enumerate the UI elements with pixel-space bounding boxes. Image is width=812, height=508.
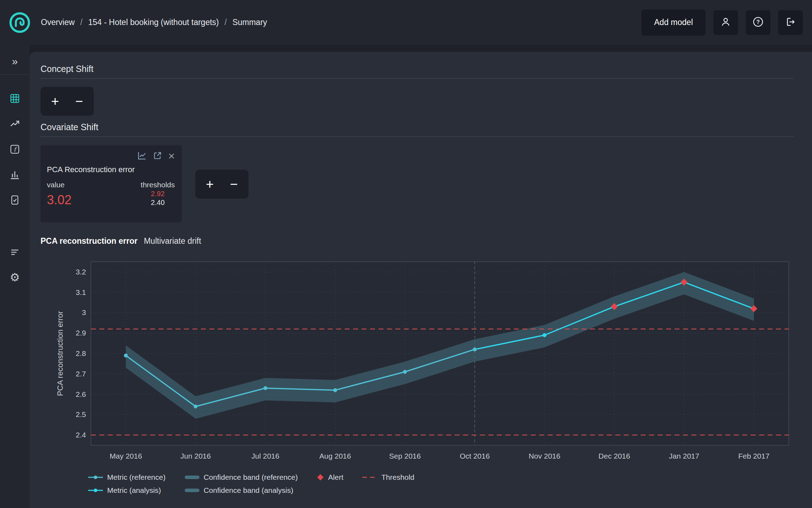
legend-label: Alert (328, 473, 343, 482)
legend-alert-diamond-icon (317, 474, 324, 481)
sidebar-item-reports[interactable] (9, 195, 20, 206)
chart-subtitle: Multivariate drift (144, 236, 201, 246)
legend-band-swatch-icon (185, 488, 199, 493)
svg-text:Nov 2016: Nov 2016 (529, 452, 560, 460)
drift-line-chart: 2.42.52.62.72.82.933.13.2May 2016Jun 201… (52, 253, 806, 465)
svg-text:f: f (14, 146, 17, 153)
legend-label: Threshold (381, 473, 414, 482)
legend-label: Confidence band (analysis) (204, 486, 293, 495)
legend-item-dash: Threshold (362, 473, 414, 482)
chart-legend: Metric (reference)Confidence band (refer… (88, 473, 794, 495)
sidebar-item-logs[interactable] (9, 247, 20, 258)
breadcrumb-model[interactable]: 154 - Hotel booking (without targets) (88, 18, 219, 27)
svg-text:PCA reconstruction error: PCA reconstruction error (56, 311, 64, 396)
divider (41, 137, 794, 137)
svg-text:Jan 2017: Jan 2017 (669, 452, 699, 460)
legend-item-line: Metric (reference) (88, 473, 166, 482)
chevrons-right-icon: » (12, 55, 18, 67)
breadcrumb-overview[interactable]: Overview (41, 18, 75, 27)
card-body: value 3.02 thresholds 2.92 2.40 (47, 181, 175, 207)
app-logo-icon[interactable] (8, 11, 32, 35)
concept-shift-zoom-controls: + − (41, 87, 94, 116)
svg-text:Sep 2016: Sep 2016 (389, 452, 421, 460)
svg-text:2.5: 2.5 (76, 410, 86, 418)
sidebar-item-settings[interactable]: ⚙ (9, 272, 20, 283)
close-icon[interactable]: × (168, 150, 175, 162)
breadcrumb-summary[interactable]: Summary (232, 18, 267, 27)
svg-text:2.4: 2.4 (76, 431, 86, 439)
legend-threshold-dash-icon (362, 475, 377, 480)
covariate-shift-row: × PCA Reconstruction error value 3.02 th… (41, 145, 794, 222)
card-title: PCA Reconstruction error (47, 165, 175, 174)
legend-item-diamond: Alert (317, 473, 343, 482)
sidebar-nav: f (9, 93, 20, 206)
view-chart-button[interactable] (137, 151, 147, 162)
sidebar-item-model-grid[interactable] (9, 93, 20, 104)
add-model-button[interactable]: Add model (641, 10, 706, 36)
legend-line-swatch-icon (88, 488, 103, 493)
divider (41, 78, 794, 79)
svg-text:3: 3 (82, 308, 86, 316)
concept-shift-heading: Concept Shift (41, 64, 794, 74)
zoom-in-button[interactable]: + (204, 177, 216, 191)
legend-line-swatch-icon (88, 475, 103, 480)
sidebar-item-functions[interactable]: f (9, 144, 20, 155)
legend-item-band: Confidence band (analysis) (185, 486, 298, 495)
sidebar-expand-button[interactable]: » (0, 55, 30, 75)
card-thresholds-column: thresholds 2.92 2.40 (141, 181, 175, 207)
grid-table-icon (10, 93, 20, 105)
card-value-column: value 3.02 (47, 181, 72, 207)
topbar-actions: Add model ? (641, 10, 803, 36)
svg-text:Aug 2016: Aug 2016 (319, 452, 351, 460)
sidebar-item-performance[interactable] (9, 119, 20, 130)
account-button[interactable] (713, 10, 738, 35)
zoom-out-button[interactable]: − (228, 177, 240, 191)
card-actions: × (47, 150, 175, 162)
svg-text:Dec 2016: Dec 2016 (598, 452, 630, 460)
svg-text:3.1: 3.1 (76, 288, 86, 296)
document-check-icon (10, 195, 20, 207)
question-icon: ? (752, 16, 764, 29)
sidebar-item-distributions[interactable] (9, 169, 20, 181)
logout-icon (785, 17, 796, 28)
legend-label: Metric (reference) (107, 473, 166, 482)
user-icon (720, 17, 731, 28)
external-link-icon (153, 151, 162, 162)
pca-metric-card: × PCA Reconstruction error value 3.02 th… (41, 145, 182, 222)
trend-up-icon (10, 119, 20, 131)
breadcrumb-separator: / (80, 18, 82, 27)
logout-button[interactable] (778, 10, 803, 35)
svg-text:Feb 2017: Feb 2017 (738, 452, 770, 460)
topbar: Overview / 154 - Hotel booking (without … (0, 0, 812, 45)
sidebar: » (0, 45, 30, 508)
line-chart-icon (137, 151, 147, 162)
open-external-button[interactable] (153, 151, 162, 162)
sidebar-bottom: ⚙ (9, 247, 20, 283)
svg-text:2.7: 2.7 (76, 370, 86, 378)
bar-chart-icon (10, 169, 20, 181)
chart-title: PCA reconstruction error (41, 236, 137, 246)
list-lines-icon (10, 247, 20, 259)
help-button[interactable]: ? (746, 10, 770, 35)
legend-label: Metric (analysis) (107, 486, 161, 495)
breadcrumb-separator: / (224, 18, 227, 27)
svg-text:?: ? (756, 19, 760, 25)
chart-header: PCA reconstruction error Multivariate dr… (41, 236, 794, 246)
main-panel: Concept Shift + − Covariate Shift (30, 52, 812, 508)
legend-label: Confidence band (reference) (204, 473, 298, 482)
value-label: value (47, 181, 72, 189)
legend-item-line: Metric (analysis) (88, 486, 166, 495)
zoom-in-button[interactable]: + (49, 95, 61, 108)
svg-text:2.6: 2.6 (76, 390, 86, 398)
legend-item-band: Confidence band (reference) (185, 473, 298, 482)
covariate-shift-heading: Covariate Shift (41, 122, 794, 132)
function-icon: f (10, 144, 20, 156)
svg-text:3.2: 3.2 (76, 268, 86, 276)
svg-text:2.9: 2.9 (76, 329, 86, 337)
threshold-high-value: 2.92 (151, 190, 165, 198)
zoom-out-button[interactable]: − (73, 95, 85, 108)
legend-band-swatch-icon (185, 475, 199, 480)
threshold-low-value: 2.40 (151, 199, 165, 207)
metric-value: 3.02 (47, 193, 72, 207)
covariate-shift-zoom-controls: + − (195, 170, 248, 199)
